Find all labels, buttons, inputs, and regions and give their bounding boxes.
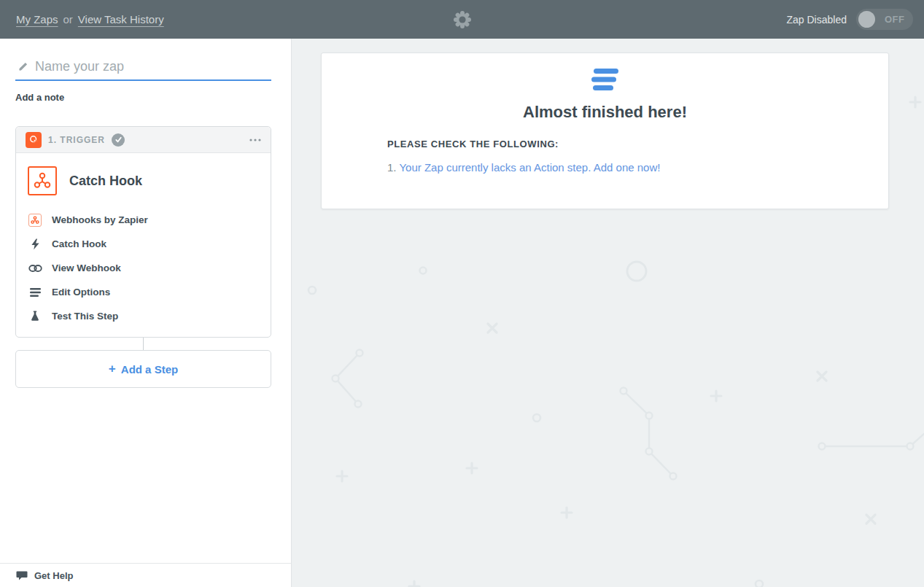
flask-icon	[28, 309, 42, 324]
step-label: 1. TRIGGER	[48, 135, 105, 145]
step-options-menu-icon[interactable]	[249, 139, 261, 141]
zap-status-label: Zap Disabled	[787, 14, 847, 26]
sidebar-item-edit-options[interactable]: Edit Options	[28, 285, 260, 299]
trigger-step-body: Catch Hook	[16, 153, 271, 337]
get-help-button[interactable]: Get Help	[0, 563, 291, 587]
get-help-label: Get Help	[34, 570, 73, 581]
zapier-asterisk-icon	[452, 9, 473, 30]
step-app-title: Catch Hook	[69, 174, 142, 189]
menu-item-label: Webhooks by Zapier	[52, 214, 148, 225]
checklist: PLEASE CHECK THE FOLLOWING: 1. Your Zap …	[387, 139, 888, 174]
add-action-step-link[interactable]: Your Zap currently lacks an Action step.…	[399, 161, 660, 174]
sidebar: Add a note 1. TRIGGER	[0, 39, 292, 587]
menu-item-label: Test This Step	[52, 311, 118, 322]
checklist-heading: PLEASE CHECK THE FOLLOWING:	[387, 139, 888, 149]
webhook-icon	[33, 171, 52, 190]
sidebar-item-catch-hook[interactable]: Catch Hook	[28, 237, 260, 251]
speech-bubble-icon	[16, 571, 28, 580]
zap-name-row	[15, 58, 271, 81]
step-connector-line	[143, 338, 144, 350]
zap-enable-toggle[interactable]: OFF	[856, 9, 913, 30]
step-complete-check-icon	[112, 133, 125, 147]
trigger-badge	[26, 132, 42, 148]
click-target-icon	[28, 134, 39, 145]
main-canvas: Almost finished here! PLEASE CHECK THE F…	[292, 39, 924, 587]
trigger-step-header[interactable]: 1. TRIGGER	[16, 127, 271, 153]
zap-status-controls: Zap Disabled OFF	[787, 9, 914, 30]
view-task-history-link[interactable]: View Task History	[78, 13, 164, 26]
menu-item-label: Edit Options	[52, 287, 110, 298]
plus-icon: +	[109, 362, 116, 376]
add-step-button[interactable]: + Add a Step	[15, 350, 271, 388]
zap-editor-app: My Zaps or View Task History Zap Disable…	[0, 0, 924, 587]
checklist-item: 1. Your Zap currently lacks an Action st…	[387, 161, 888, 174]
webhook-app-icon-box	[28, 166, 57, 195]
checklist-item-number: 1.	[387, 161, 397, 174]
add-note-link[interactable]: Add a note	[15, 92, 64, 103]
sidebar-content: Add a note 1. TRIGGER	[0, 39, 291, 388]
trigger-step-card[interactable]: 1. TRIGGER	[15, 126, 271, 338]
sidebar-item-view-webhook[interactable]: View Webhook	[28, 261, 260, 275]
toggle-state-label: OFF	[885, 14, 905, 25]
link-icon	[28, 261, 42, 276]
app-title-row: Catch Hook	[28, 166, 260, 195]
menu-item-label: Catch Hook	[52, 238, 106, 249]
zap-name-input[interactable]	[35, 59, 271, 74]
my-zaps-link[interactable]: My Zaps	[16, 13, 58, 26]
sidebar-item-webhooks-by-zapier[interactable]: Webhooks by Zapier	[28, 213, 260, 227]
topbar: My Zaps or View Task History Zap Disable…	[0, 0, 924, 39]
webhook-app-icon	[28, 213, 42, 228]
zap-steps-icon	[591, 69, 618, 91]
status-card-title: Almost finished here!	[322, 103, 888, 122]
bolt-icon	[28, 237, 42, 252]
menu-item-label: View Webhook	[52, 263, 121, 273]
add-step-label: Add a Step	[121, 363, 178, 376]
topbar-nav: My Zaps or View Task History	[16, 13, 164, 26]
or-text: or	[63, 13, 73, 26]
toggle-knob[interactable]	[858, 11, 875, 28]
sidebar-item-test-this-step[interactable]: Test This Step	[28, 309, 260, 323]
edit-options-icon	[28, 285, 42, 300]
pencil-icon	[18, 61, 28, 72]
status-card: Almost finished here! PLEASE CHECK THE F…	[321, 53, 889, 209]
